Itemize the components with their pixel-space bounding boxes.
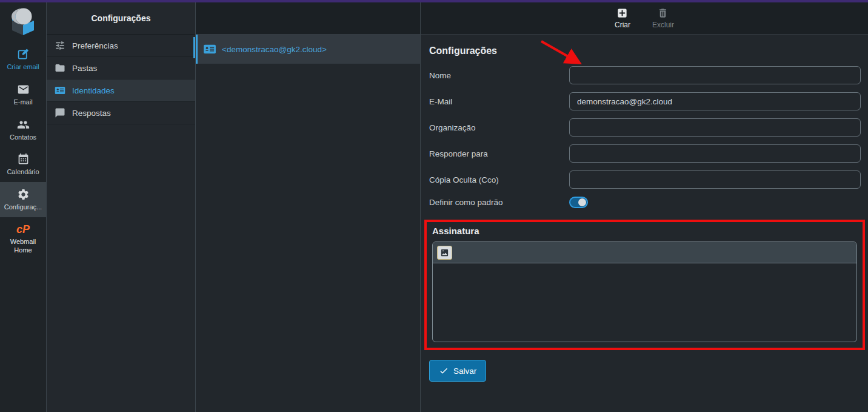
save-button-label: Salvar <box>453 366 476 376</box>
signature-editor-toolbar <box>433 242 856 263</box>
signature-editor <box>432 241 857 342</box>
image-icon <box>440 248 449 257</box>
signature-editor-body[interactable] <box>433 263 856 342</box>
nav-item-responses[interactable]: Respostas <box>47 102 195 124</box>
nav-item-label: Preferências <box>72 41 118 50</box>
sidebar-item-label: Criar email <box>7 63 39 72</box>
sidebar-item-label: Webmail Home <box>6 238 40 255</box>
calendar-icon <box>17 153 30 166</box>
sliders-icon <box>55 40 65 51</box>
id-card-icon <box>55 85 65 96</box>
save-button[interactable]: Salvar <box>429 360 486 382</box>
plus-square-icon <box>616 7 628 19</box>
sidebar-item-calendar[interactable]: Calendário <box>0 147 46 182</box>
settings-nav-panel: Configurações Preferências Pastas Identi <box>46 2 196 412</box>
check-icon <box>439 366 449 376</box>
nav-item-folders[interactable]: Pastas <box>47 57 195 79</box>
sidebar-item-webmail-home[interactable]: cP Webmail Home <box>0 217 46 260</box>
organizacao-input[interactable] <box>569 118 861 137</box>
sidebar-item-label: Calendário <box>7 168 39 177</box>
insert-image-button[interactable] <box>437 246 452 260</box>
signature-title: Assinatura <box>432 226 857 236</box>
people-icon <box>17 118 30 131</box>
cpanel-logo: cP <box>16 223 30 235</box>
form-title: Configurações <box>429 46 861 56</box>
email-input[interactable] <box>569 92 861 110</box>
nav-item-identities[interactable]: Identidades <box>47 79 195 102</box>
nome-input[interactable] <box>569 66 861 84</box>
field-label-nome: Nome <box>429 71 569 80</box>
id-card-icon <box>203 44 216 55</box>
sidebar-item-label: E-mail <box>13 98 32 107</box>
responder-para-input[interactable] <box>569 144 861 163</box>
identity-list-panel: <demonstracao@gk2.cloud> <box>196 2 420 412</box>
nav-item-preferences[interactable]: Preferências <box>47 35 195 57</box>
delete-button-label: Excluir <box>652 21 674 29</box>
copia-oculta-input[interactable] <box>569 171 861 189</box>
create-button[interactable]: Criar <box>611 7 634 30</box>
content-toolbar: Criar Excluir <box>421 2 868 35</box>
scrollbar-thumb[interactable] <box>193 37 195 58</box>
identity-email: <demonstracao@gk2.cloud> <box>222 45 327 54</box>
sidebar-item-settings[interactable]: Configuraç... <box>0 182 46 217</box>
field-label-definir-padrao: Definir como padrão <box>429 198 569 207</box>
app-logo <box>9 7 37 38</box>
nav-item-label: Respostas <box>72 109 111 118</box>
sidebar-item-contacts[interactable]: Contatos <box>0 112 46 147</box>
sidebar-item-label: Configuraç... <box>4 203 42 212</box>
content-panel: Criar Excluir Configurações Nome E-Mail … <box>420 2 868 412</box>
toggle-knob <box>578 198 586 206</box>
nav-item-label: Pastas <box>72 64 97 73</box>
annotation-box: Assinatura <box>424 220 865 350</box>
create-button-label: Criar <box>615 21 630 29</box>
field-label-responder-para: Responder para <box>429 149 569 158</box>
nav-item-label: Identidades <box>72 86 115 95</box>
identity-list-item[interactable]: <demonstracao@gk2.cloud> <box>196 35 420 64</box>
sidebar-item-label: Contatos <box>10 133 36 142</box>
sidebar-item-mail[interactable]: E-mail <box>0 77 46 112</box>
envelope-icon <box>17 83 30 96</box>
field-label-organizacao: Organização <box>429 123 569 132</box>
app-sidebar: Criar email E-mail Contatos Calendário C <box>0 2 46 412</box>
identity-form: Configurações Nome E-Mail Organização Re… <box>421 35 868 382</box>
identity-list-toolbar <box>196 2 420 35</box>
trash-icon <box>657 7 669 19</box>
chat-bubble-icon <box>55 107 65 118</box>
sidebar-item-compose[interactable]: Criar email <box>0 42 46 77</box>
folder-icon <box>55 62 65 73</box>
gear-icon <box>17 188 30 201</box>
compose-icon <box>17 48 30 61</box>
delete-button[interactable]: Excluir <box>649 7 678 30</box>
settings-nav-title: Configurações <box>47 2 195 35</box>
default-identity-toggle[interactable] <box>569 197 588 208</box>
field-label-email: E-Mail <box>429 97 569 106</box>
field-label-copia-oculta: Cópia Oculta (Cco) <box>429 175 569 184</box>
